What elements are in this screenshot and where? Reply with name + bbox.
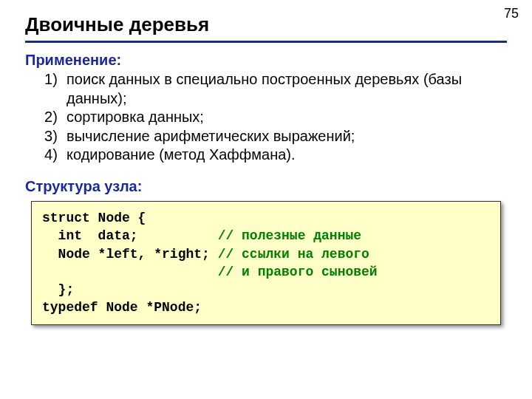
code-line: [42, 265, 218, 279]
section-struct-label: Структура узла:: [25, 178, 507, 195]
application-list: поиск данных в специально построенных де…: [44, 70, 507, 165]
code-block: struct Node { int data; // полезные данн…: [31, 201, 501, 325]
code-line: Node *left, *right;: [42, 247, 218, 262]
code-line: };: [42, 282, 74, 297]
page-number: 75: [504, 6, 519, 21]
section-application-label: Применение:: [25, 52, 507, 69]
code-comment: // ссылки на левого: [218, 247, 369, 262]
code-comment: // полезные данные: [218, 228, 361, 243]
code-line: typedef Node *PNode;: [42, 300, 202, 315]
list-item: сортировка данных;: [44, 108, 507, 127]
list-item: кодирование (метод Хаффмана).: [44, 146, 507, 165]
code-comment: // и правого сыновей: [218, 265, 378, 279]
code-line: int data;: [42, 228, 218, 243]
page-title: Двоичные деревья: [25, 13, 507, 43]
list-item: вычисление арифметических выражений;: [44, 127, 507, 146]
list-item: поиск данных в специально построенных де…: [44, 70, 507, 108]
code-line: struct Node {: [42, 211, 146, 225]
